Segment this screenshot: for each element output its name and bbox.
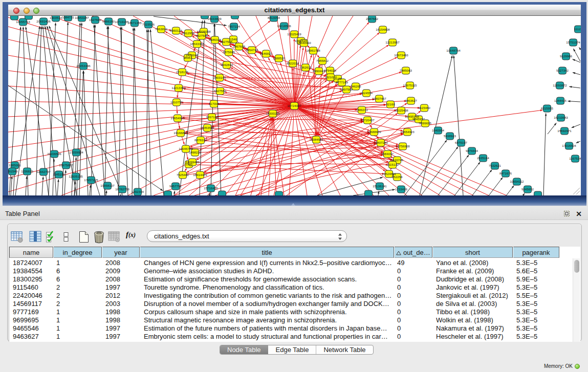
svg-text:62160: 62160 (386, 102, 395, 106)
svg-text:10719155: 10719155 (115, 20, 129, 24)
svg-text:15226058: 15226058 (197, 30, 211, 33)
svg-text:6120746: 6120746 (391, 158, 404, 162)
svg-text:1610755: 1610755 (170, 100, 183, 104)
svg-text:19654925: 19654925 (170, 116, 185, 120)
svg-text:12093872: 12093872 (553, 83, 567, 87)
svg-text:15692971: 15692971 (557, 129, 572, 133)
svg-text:9084067: 9084067 (381, 152, 394, 156)
svg-text:13325419: 13325419 (287, 32, 301, 36)
svg-text:15751074: 15751074 (566, 40, 580, 44)
svg-text:10653287: 10653287 (75, 16, 89, 19)
svg-text:7625402: 7625402 (177, 173, 189, 177)
svg-text:417006: 417006 (209, 102, 220, 105)
svg-text:19958107: 19958107 (100, 184, 115, 187)
svg-text:2145: 2145 (334, 77, 341, 80)
svg-text:9242843: 9242843 (221, 63, 233, 67)
svg-text:17957225: 17957225 (84, 178, 98, 182)
svg-text:8660124: 8660124 (170, 29, 183, 32)
svg-text:17016504: 17016504 (562, 144, 576, 147)
svg-text:9699695: 9699695 (419, 121, 432, 125)
svg-text:8454749: 8454749 (246, 48, 258, 52)
svg-text:9457791: 9457791 (169, 184, 182, 188)
svg-text:7515526: 7515526 (142, 23, 155, 26)
svg-text:3624554: 3624554 (360, 91, 373, 95)
svg-text:1156829: 1156829 (21, 169, 33, 173)
svg-text:18724007: 18724007 (287, 104, 301, 107)
svg-text:10688609: 10688609 (367, 130, 381, 134)
svg-text:8427552: 8427552 (214, 89, 227, 93)
svg-text:1546: 1546 (230, 37, 237, 41)
svg-text:8990443: 8990443 (313, 69, 325, 73)
svg-text:16154808: 16154808 (376, 28, 390, 31)
svg-text:9777169: 9777169 (336, 80, 349, 84)
svg-text:3875685: 3875685 (223, 50, 235, 54)
svg-text:1588520: 1588520 (273, 56, 286, 60)
svg-text:8813054: 8813054 (268, 16, 280, 19)
svg-text:9474444: 9474444 (466, 149, 478, 152)
svg-text:7485063: 7485063 (400, 69, 412, 72)
svg-text:1640954: 1640954 (432, 128, 445, 132)
svg-text:10654112: 10654112 (510, 180, 524, 183)
svg-text:19975867: 19975867 (59, 163, 73, 167)
svg-text:12505135: 12505135 (69, 174, 83, 178)
svg-text:391549: 391549 (8, 169, 18, 173)
svg-text:8471676: 8471676 (499, 171, 512, 175)
svg-text:20691406: 20691406 (36, 19, 51, 23)
svg-text:19384554: 19384554 (309, 138, 323, 141)
svg-text:10648764: 10648764 (446, 49, 461, 52)
svg-text:2087682: 2087682 (366, 17, 379, 20)
svg-text:1362615: 1362615 (299, 65, 312, 69)
svg-text:6966160: 6966160 (102, 19, 115, 23)
svg-text:9845957: 9845957 (412, 117, 425, 121)
svg-text:1145194: 1145194 (53, 172, 65, 176)
svg-text:13975115: 13975115 (403, 83, 417, 87)
svg-text:2803144: 2803144 (213, 76, 226, 79)
svg-text:98961: 98961 (183, 56, 192, 59)
svg-text:19654923: 19654923 (400, 130, 415, 134)
svg-text:1733426: 1733426 (395, 187, 408, 191)
svg-text:8912954: 8912954 (182, 31, 195, 35)
svg-text:9115460: 9115460 (418, 106, 430, 110)
svg-text:1903514: 1903514 (50, 16, 62, 19)
svg-text:15716485: 15716485 (204, 186, 218, 190)
svg-text:16033809: 16033809 (207, 17, 222, 20)
svg-text:2935114: 2935114 (477, 156, 489, 160)
svg-text:20206526: 20206526 (47, 152, 61, 156)
svg-text:18807249: 18807249 (374, 141, 388, 144)
svg-text:20053346: 20053346 (76, 64, 91, 68)
svg-text:3267110: 3267110 (206, 115, 218, 119)
svg-text:9463627: 9463627 (405, 99, 418, 102)
svg-text:12942737: 12942737 (36, 170, 51, 173)
svg-text:15136141: 15136141 (373, 184, 387, 188)
svg-text:6479197: 6479197 (455, 141, 468, 144)
svg-text:1244415: 1244415 (554, 99, 567, 102)
svg-text:1498222: 1498222 (189, 150, 202, 154)
svg-text:1527602: 1527602 (89, 18, 102, 21)
svg-text:6794028: 6794028 (324, 69, 337, 72)
svg-text:14055713: 14055713 (16, 20, 30, 24)
svg-text:19218506: 19218506 (277, 24, 291, 28)
svg-text:9129966: 9129966 (560, 54, 573, 58)
svg-text:6497568: 6497568 (340, 87, 353, 91)
svg-text:16914479: 16914479 (193, 173, 207, 177)
svg-text:7955812: 7955812 (316, 59, 329, 62)
svg-text:2867608: 2867608 (233, 45, 246, 48)
svg-text:746266: 746266 (351, 84, 361, 88)
svg-text:1385061: 1385061 (9, 163, 21, 167)
svg-text:15720407: 15720407 (360, 118, 375, 122)
svg-text:16782759: 16782759 (115, 187, 129, 191)
svg-text:9245652: 9245652 (521, 187, 534, 191)
svg-text:17359924: 17359924 (69, 150, 83, 154)
svg-text:1167534: 1167534 (569, 157, 581, 160)
svg-text:10025438: 10025438 (394, 108, 408, 112)
svg-text:10973493: 10973493 (394, 53, 408, 57)
svg-text:7886372: 7886372 (356, 108, 368, 112)
svg-text:2718176: 2718176 (176, 70, 189, 74)
svg-text:12213383: 12213383 (171, 86, 186, 90)
svg-text:9327505: 9327505 (195, 34, 208, 37)
svg-text:1615132: 1615132 (386, 163, 399, 166)
svg-text:16543382: 16543382 (190, 42, 204, 46)
svg-text:12213967: 12213967 (385, 40, 400, 44)
svg-text:11123: 11123 (574, 27, 581, 31)
svg-text:19166825: 19166825 (173, 131, 188, 135)
